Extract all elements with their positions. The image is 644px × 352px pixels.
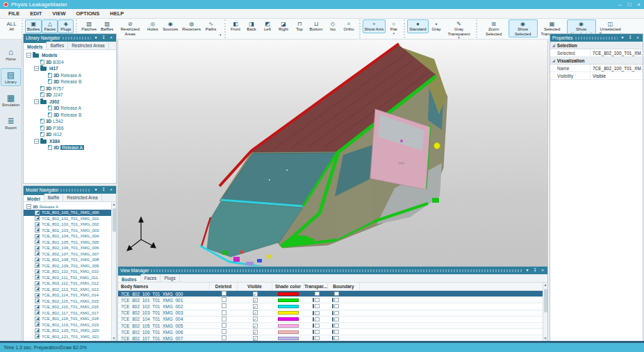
transparent-slider[interactable] [313, 311, 320, 315]
body-row[interactable]: 7CE_802_106_T01_XMG_006 ✓ [118, 329, 543, 335]
toolbar-button[interactable]: ⊞ Zoom Selected [479, 19, 509, 37]
tree-item[interactable]: − I417 [24, 65, 116, 72]
model-item[interactable]: 7CE_802_118_T01_XMG_018 [24, 316, 116, 322]
expander-icon[interactable]: − [26, 204, 31, 209]
transparent-slider[interactable] [313, 324, 320, 328]
deleted-checkbox[interactable] [222, 310, 226, 315]
panel-pin-icon[interactable]: ↧ [627, 34, 633, 42]
body-row[interactable]: 7CE_802_102_T01_XMG_002 ✓ [118, 303, 543, 310]
library-tab[interactable]: Models [24, 42, 47, 49]
view-manager-tab[interactable]: Bodies [118, 274, 141, 282]
column-header[interactable]: Shade color [272, 283, 304, 290]
column-header[interactable]: Body Names [118, 283, 210, 290]
close-button[interactable]: × [637, 0, 641, 9]
model-item[interactable]: 7CE_802_110_T01_XMG_010 [24, 269, 116, 275]
model-tab[interactable]: Baffle [44, 194, 64, 201]
visible-checkbox[interactable]: ✓ [253, 324, 258, 328]
toolbar-button[interactable]: ◍ Receivers [180, 19, 203, 33]
scroll-down-icon[interactable]: ▼ [113, 336, 116, 341]
toolbar-button[interactable]: ◎ Holes [145, 19, 160, 33]
menu-item[interactable]: VIEW [52, 10, 65, 17]
tree-item[interactable]: 3D L542 [24, 118, 116, 125]
column-header[interactable]: Boundary [328, 283, 360, 290]
toolbar-button[interactable]: ∿ Paths [203, 19, 219, 33]
body-row[interactable]: 7CE_802_101_T01_XMG_001 ✓ [118, 297, 543, 303]
model-item[interactable]: 7CE_802_112_T01_XMG_012 [24, 280, 116, 287]
boundary-slider[interactable] [332, 330, 339, 334]
nav-rail-button[interactable]: ▦ Simulation [1, 91, 21, 109]
drag-handle[interactable] [151, 269, 522, 272]
transparent-slider[interactable] [313, 298, 320, 302]
toolbar-button[interactable]: ◉ Sources [160, 19, 180, 33]
panel-pin-icon[interactable]: ↧ [101, 34, 106, 42]
deleted-checkbox[interactable] [222, 291, 226, 296]
model-tab[interactable]: Model [24, 194, 44, 201]
menu-item[interactable]: EDIT [30, 10, 42, 17]
property-row[interactable]: Visibility Visible [550, 72, 643, 80]
menu-item[interactable]: HELP [110, 10, 124, 17]
table-scrollbar[interactable]: ▲ ▼ [543, 283, 547, 341]
model-item[interactable]: 7CE_802_104_T01_XMG_004 [24, 233, 116, 240]
panel-close-icon[interactable]: × [108, 186, 114, 194]
expander-icon[interactable] [42, 73, 47, 78]
drag-handle[interactable] [575, 37, 618, 40]
visible-checkbox[interactable]: ✓ [253, 292, 258, 296]
panel-dropdown-icon[interactable]: ▾ [93, 34, 99, 42]
expander-icon[interactable]: − [34, 66, 39, 71]
tree-item[interactable]: 3D P366 [24, 125, 116, 132]
expander-icon[interactable] [42, 106, 47, 110]
nav-rail-button[interactable]: ≣ Report [1, 114, 21, 132]
tree-item[interactable]: − J302 [24, 99, 116, 106]
boundary-slider[interactable] [332, 317, 339, 321]
model-item[interactable]: 7CE_802_114_T01_XMG_014 [24, 292, 116, 299]
menu-item[interactable]: FILE [8, 10, 19, 17]
body-row[interactable]: 7CE_802_103_T01_XMG_003 ✓ [118, 310, 543, 317]
scroll-up-icon[interactable]: ▲ [113, 202, 116, 207]
property-group-visualization[interactable]: ◢ Visualization [550, 57, 643, 65]
toolbar-button[interactable]: ● Standard [407, 19, 428, 33]
body-row[interactable]: 7CE_802_104_T01_XMG_004 ✓ [118, 317, 543, 323]
tree-item[interactable]: 3D B304 [24, 59, 116, 66]
toolbar-button[interactable]: ✎ Gray Transparent ▾ [445, 19, 474, 40]
toolbar-button[interactable]: ◨ Back [244, 19, 260, 33]
toolbar-button[interactable]: ⊘ Restricted Areas [115, 19, 145, 37]
toolbar-button[interactable]: ▪ Gray [429, 19, 445, 33]
drag-handle[interactable] [60, 189, 91, 192]
panel-dropdown-icon[interactable]: ▾ [93, 186, 99, 194]
expander-icon[interactable] [34, 86, 39, 91]
model-item[interactable]: 7CE_802_100_T01_XMG_000 [24, 210, 116, 216]
model-item[interactable]: 7CE_802_106_T01_XMG_006 [24, 245, 116, 251]
maximize-button[interactable]: □ [627, 0, 631, 9]
model-item[interactable]: 7CE_802_109_T01_XMG_009 [24, 263, 116, 269]
property-row[interactable]: Name 7CE_802_100_T01_XM... [550, 65, 643, 72]
visible-checkbox[interactable]: ✓ [253, 304, 258, 309]
scroll-up-icon[interactable]: ▲ [544, 283, 547, 287]
transparent-slider[interactable] [313, 330, 320, 334]
panel-close-icon[interactable]: × [108, 34, 114, 42]
tree-item[interactable]: − X384 [24, 138, 116, 145]
shade-color-swatch[interactable] [278, 292, 299, 296]
deleted-checkbox[interactable] [222, 335, 226, 340]
deleted-checkbox[interactable] [222, 303, 226, 308]
toolbar-button[interactable]: ALL All [3, 19, 19, 33]
group-overflow-icon[interactable]: ▾ [219, 33, 222, 38]
nav-rail-button[interactable]: ⌂ Home [1, 45, 21, 63]
toolbar-button[interactable]: ⌗ Ortho [341, 19, 357, 33]
library-tab[interactable]: Baffles [47, 42, 68, 49]
tree-item[interactable]: 3D R757 [24, 85, 116, 92]
model-item[interactable]: 7CE_802_120_T01_XMG_020 [24, 328, 116, 334]
library-tab[interactable]: Restricted Areas [68, 42, 109, 49]
drag-handle[interactable] [63, 37, 92, 40]
body-row[interactable]: 7CE_802_100_T01_XMG_000 ✓ [118, 291, 543, 297]
expander-icon[interactable]: − [34, 139, 39, 144]
panel-dropdown-icon[interactable]: ▾ [525, 267, 530, 274]
shade-color-swatch[interactable] [278, 330, 299, 334]
toolbar-button[interactable]: △ Faces [42, 19, 58, 33]
body-row[interactable]: 7CE_802_105_T01_XMG_005 ✓ [118, 323, 543, 329]
property-value[interactable]: 7CE_802_100_T01_XM... [591, 49, 643, 56]
expander-icon[interactable] [42, 79, 47, 84]
model-item[interactable]: 7CE_802_105_T01_XMG_005 [24, 240, 116, 246]
deleted-checkbox[interactable] [222, 297, 226, 302]
menu-item[interactable]: OPTIONS [76, 10, 100, 17]
boundary-slider[interactable] [332, 292, 339, 296]
